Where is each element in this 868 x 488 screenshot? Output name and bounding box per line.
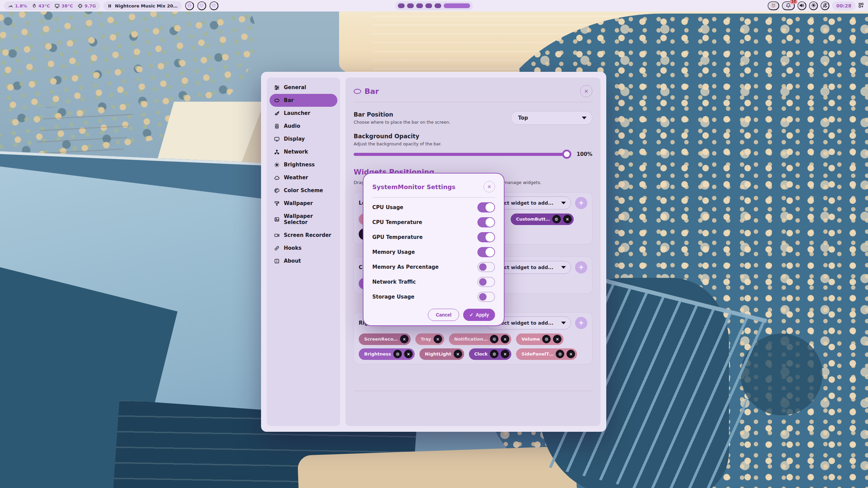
- widget-chip-screenrecorder[interactable]: ScreenReco… ×: [359, 333, 411, 345]
- sidebar-item-wallpaper[interactable]: Wallpaper: [270, 197, 337, 210]
- close-icon[interactable]: ×: [501, 350, 509, 358]
- heart-button[interactable]: [197, 1, 206, 10]
- bottom-divider: [354, 391, 592, 391]
- night-light-button[interactable]: [821, 1, 829, 10]
- sidebar-item-label: Wallpaper: [284, 200, 313, 206]
- heart-icon: [211, 3, 216, 9]
- close-icon[interactable]: ×: [434, 335, 442, 343]
- widget-chip-notification[interactable]: Notification… ×: [449, 333, 511, 345]
- image-icon: [274, 217, 280, 222]
- gear-icon[interactable]: [542, 335, 551, 343]
- network-traffic-toggle[interactable]: [477, 277, 495, 287]
- close-icon[interactable]: ×: [553, 335, 561, 343]
- gear-icon[interactable]: [552, 215, 561, 223]
- gear-icon[interactable]: [393, 350, 402, 358]
- workspace-dot[interactable]: [435, 3, 441, 8]
- heart-button-2[interactable]: [210, 1, 218, 10]
- apply-button[interactable]: ✓ Apply: [463, 309, 495, 321]
- workspaces-pill: [395, 1, 473, 10]
- sidebar-item-general[interactable]: General: [270, 81, 337, 94]
- close-icon[interactable]: ×: [563, 215, 572, 223]
- chevron-down-icon: [561, 202, 566, 204]
- modal-buttons: Cancel ✓ Apply: [372, 309, 495, 321]
- close-icon[interactable]: ×: [454, 350, 462, 358]
- widget-chip-clock[interactable]: Clock ×: [469, 348, 511, 360]
- close-icon[interactable]: ×: [567, 350, 575, 358]
- sidebar-item-brightness[interactable]: Brightness: [270, 158, 337, 171]
- cancel-button[interactable]: Cancel: [428, 309, 459, 321]
- clock-value: 00:28: [836, 3, 851, 8]
- sidebar-item-launcher[interactable]: Launcher: [270, 107, 337, 120]
- workspace-dot[interactable]: [426, 3, 432, 8]
- left-add-widget-button[interactable]: +: [575, 197, 587, 209]
- sun-icon: [811, 3, 816, 9]
- modal-close-button[interactable]: ×: [484, 181, 495, 192]
- sidebar-item-about[interactable]: About: [270, 255, 337, 267]
- memory-usage-toggle[interactable]: [477, 247, 495, 257]
- sidebar-item-display[interactable]: Display: [270, 133, 337, 145]
- opacity-slider[interactable]: [354, 153, 569, 156]
- sidebar-item-label: About: [284, 258, 301, 264]
- top-bar-right: 10 00:28: [768, 1, 864, 10]
- center-add-widget-button[interactable]: +: [575, 261, 587, 273]
- dashboard-button[interactable]: [858, 2, 864, 9]
- widget-chip-brightness[interactable]: Brightness ×: [359, 348, 415, 360]
- sidebar-item-label: Brightness: [284, 162, 315, 168]
- gpu-temperature-toggle[interactable]: [477, 232, 495, 242]
- close-icon: ×: [584, 87, 588, 95]
- chevron-down-icon: [582, 117, 587, 119]
- workspace-dot[interactable]: [416, 3, 423, 8]
- gear-icon[interactable]: [490, 335, 498, 343]
- widget-chip-sidepanel[interactable]: SidePanelT… ×: [516, 348, 577, 360]
- gear-icon[interactable]: [490, 350, 498, 358]
- widget-chip-custombutton[interactable]: CustomButt… ×: [511, 214, 574, 225]
- storage-usage-toggle[interactable]: [477, 292, 495, 302]
- background-opacity-label: Background Opacity: [354, 133, 592, 140]
- sidebar-item-wallpaper-selector[interactable]: Wallpaper Selector: [270, 210, 337, 229]
- paint-roller-icon: [274, 201, 280, 206]
- brightness-button[interactable]: [809, 1, 818, 10]
- tray-app-icon: [771, 3, 776, 9]
- clock-pill[interactable]: 00:28: [832, 1, 855, 10]
- cpu-temp-value: 43°C: [38, 3, 50, 8]
- memory-as-percentage-toggle[interactable]: [477, 262, 495, 272]
- cpu-temperature-toggle[interactable]: [477, 217, 495, 227]
- widget-chip-volume[interactable]: Volume ×: [516, 333, 564, 345]
- close-icon[interactable]: ×: [501, 335, 509, 343]
- chip-label: Volume: [521, 337, 540, 342]
- right-add-widget-button[interactable]: +: [575, 317, 587, 329]
- sidebar-item-weather[interactable]: Weather: [270, 171, 337, 184]
- bar-oval-icon: [354, 89, 361, 94]
- media-player-pill[interactable]: Nightcore Music Mix 20…: [103, 1, 182, 10]
- widget-chip-tray[interactable]: Tray ×: [415, 333, 444, 345]
- close-icon: ×: [488, 183, 491, 190]
- top-bar-left: 1.8% 43°C 38°C: [4, 1, 218, 10]
- workspace-dot[interactable]: [407, 3, 414, 8]
- close-icon[interactable]: ×: [404, 350, 413, 358]
- chip-label: Notification…: [454, 337, 488, 342]
- system-stats-pill[interactable]: 1.8% 43°C 38°C: [4, 1, 100, 10]
- sidebar-item-audio[interactable]: Audio: [270, 120, 337, 133]
- sidebar-item-label: Display: [284, 136, 305, 142]
- cpu-temp-stat: 43°C: [32, 3, 50, 8]
- close-icon[interactable]: ×: [400, 335, 409, 343]
- tray-app-button[interactable]: [768, 1, 779, 10]
- sidebar-item-color-scheme[interactable]: Color Scheme: [270, 184, 337, 197]
- sidebar-item-screen-recorder[interactable]: Screen Recorder: [270, 229, 337, 242]
- sidebar-item-network[interactable]: Network: [270, 145, 337, 158]
- workspace-dot[interactable]: [398, 3, 405, 8]
- panel-close-button[interactable]: ×: [580, 85, 592, 97]
- volume-button[interactable]: [797, 1, 806, 10]
- cpu-usage-toggle[interactable]: [477, 202, 495, 212]
- speaker-icon: [799, 3, 805, 9]
- gear-icon[interactable]: [556, 350, 564, 358]
- toggle-label: Memory As Percentage: [372, 264, 439, 270]
- widget-chip-nightlight[interactable]: NightLight ×: [419, 348, 464, 360]
- workspace-active[interactable]: [444, 3, 470, 8]
- sidebar-item-hooks[interactable]: Hooks: [270, 242, 337, 255]
- info-icon: [274, 258, 280, 264]
- opacity-slider-handle[interactable]: [562, 150, 571, 159]
- sidebar-item-bar[interactable]: Bar: [270, 94, 337, 107]
- bar-position-dropdown[interactable]: Top: [511, 111, 592, 125]
- skull-button[interactable]: [185, 1, 194, 10]
